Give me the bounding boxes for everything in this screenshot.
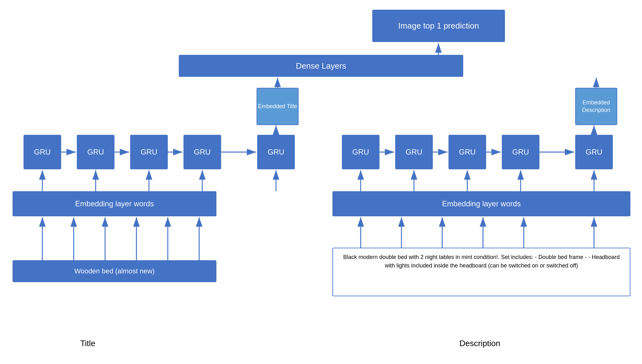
embedded-title-box: Embedded Title xyxy=(257,88,299,125)
desc-input-box: Black modern double bed with 2 night tab… xyxy=(332,248,630,296)
title-gru-4: GRU xyxy=(183,135,221,169)
title-gru-5: GRU xyxy=(257,135,295,169)
dense-layers-box: Dense Layers xyxy=(179,55,463,77)
desc-embedding-layer: Embedding layer words xyxy=(332,191,630,216)
title-gru-1: GRU xyxy=(24,135,61,169)
embedded-description-box: Embedded Description xyxy=(575,88,617,125)
title-embedding-layer: Embedding layer words xyxy=(13,191,216,216)
desc-gru-1: GRU xyxy=(342,135,379,169)
title-branch-label: Title xyxy=(56,339,119,348)
desc-gru-2: GRU xyxy=(395,135,433,169)
diagram-container: Image top 1 prediction Dense Layers Embe… xyxy=(0,0,642,364)
title-gru-2: GRU xyxy=(77,135,114,169)
desc-gru-4: GRU xyxy=(502,135,539,169)
desc-branch-label: Description xyxy=(433,339,527,348)
desc-gru-3: GRU xyxy=(448,135,486,169)
desc-gru-5: GRU xyxy=(575,135,613,169)
top-prediction-box: Image top 1 prediction xyxy=(372,10,505,42)
title-gru-3: GRU xyxy=(130,135,168,169)
title-input-box: Wooden bed (almost new) xyxy=(13,260,216,282)
